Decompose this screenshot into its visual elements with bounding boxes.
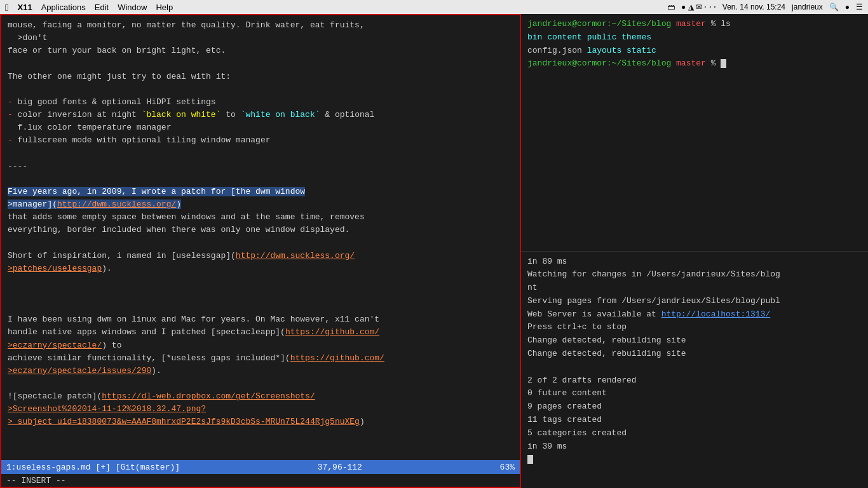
terminal-bottom-line5: Web Server is available at http://localh… bbox=[527, 308, 862, 322]
apple-menu[interactable]:  bbox=[5, 2, 8, 13]
vim-insert-mode: -- INSERT -- bbox=[1, 474, 520, 487]
help-menu[interactable]: Help bbox=[156, 3, 173, 12]
terminal-bottom-line12: 9 pages created bbox=[527, 400, 862, 414]
datetime: Ven. 14 nov. 15:24 bbox=[722, 3, 785, 11]
vim-editor[interactable]: mouse, facing a monitor, no matter the q… bbox=[0, 14, 521, 488]
terminal-top-line2: bin content public themes bbox=[527, 31, 862, 44]
terminal-top[interactable]: jandrieux@cormor:~/Sites/blog master % l… bbox=[521, 14, 868, 252]
terminal-bottom-line6: Press ctrl+c to stop bbox=[527, 321, 862, 334]
vim-percent: 63% bbox=[500, 463, 515, 472]
terminal-bottom-line3: nt bbox=[527, 281, 862, 295]
edit-menu[interactable]: Edit bbox=[95, 3, 109, 12]
terminal-bottom-line15: in 39 ms bbox=[527, 440, 862, 454]
profile-icon[interactable]: ● bbox=[845, 3, 850, 11]
window-menu[interactable]: Window bbox=[118, 3, 147, 12]
terminal-bottom-cursor bbox=[527, 453, 862, 466]
menubar-right: 🗃 ● ◮ ✉ ⋅ ⋅ ⋅ Ven. 14 nov. 15:24 jandrie… bbox=[667, 3, 863, 11]
terminal-top-line4: jandrieux@cormor:~/Sites/blog master % bbox=[527, 57, 862, 71]
terminal-top-line3: config.json layouts static bbox=[527, 44, 862, 58]
right-panel: jandrieux@cormor:~/Sites/blog master % l… bbox=[521, 14, 868, 488]
vim-file-info: 1:useless-gaps.md [+] [Git(master)] bbox=[6, 463, 180, 472]
terminal-top-line1: jandrieux@cormor:~/Sites/blog master % l… bbox=[527, 18, 862, 31]
terminal-bottom-line11: 0 future content bbox=[527, 387, 862, 400]
terminal-bottom-line13: 11 tags created bbox=[527, 414, 862, 427]
list-icon[interactable]: ☰ bbox=[856, 3, 863, 11]
x11-menu[interactable]: X11 bbox=[17, 3, 32, 12]
applications-menu[interactable]: Applications bbox=[41, 3, 86, 12]
main-area: mouse, facing a monitor, no matter the q… bbox=[0, 14, 868, 488]
terminal-bottom-line9 bbox=[527, 361, 862, 374]
terminal-bottom-line10: 2 of 2 drafts rendered bbox=[527, 374, 862, 388]
status-icons: ● ◮ ✉ ⋅ ⋅ ⋅ bbox=[681, 3, 716, 11]
terminal-bottom-line2: Watching for changes in /Users/jandrieux… bbox=[527, 268, 862, 281]
vim-position: 37,96-112 bbox=[318, 463, 362, 472]
dropbox-icon: 🗃 bbox=[667, 3, 675, 11]
vim-content[interactable]: mouse, facing a monitor, no matter the q… bbox=[1, 15, 520, 460]
search-icon[interactable]: 🔍 bbox=[829, 3, 839, 11]
menubar:  X11 Applications Edit Window Help 🗃 ● … bbox=[0, 0, 868, 14]
vim-statusbar: 1:useless-gaps.md [+] [Git(master)] 37,9… bbox=[1, 460, 520, 474]
terminal-bottom-line7: Change detected, rebuilding site bbox=[527, 334, 862, 348]
terminal-bottom-line8: Change detected, rebuilding site bbox=[527, 348, 862, 361]
terminal-bottom-line4: Serving pages from /Users/jandrieux/Site… bbox=[527, 295, 862, 308]
terminal-bottom-line1: in 89 ms bbox=[527, 255, 862, 269]
terminal-bottom[interactable]: in 89 ms Watching for changes in /Users/… bbox=[521, 252, 868, 489]
terminal-bottom-line14: 5 categories created bbox=[527, 427, 862, 440]
username: jandrieux bbox=[792, 3, 823, 11]
